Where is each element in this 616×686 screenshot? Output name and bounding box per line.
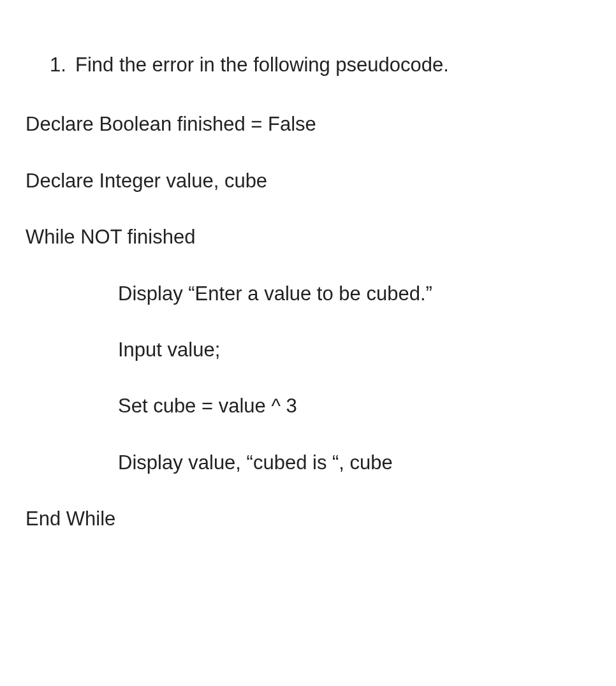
code-line-set-cube: Set cube = value ^ 3 xyxy=(26,392,590,420)
question-block: 1. Find the error in the following pseud… xyxy=(26,51,590,78)
code-line-display-prompt: Display “Enter a value to be cubed.” xyxy=(26,280,590,307)
code-line-while: While NOT finished xyxy=(26,223,590,251)
code-line-declare-boolean: Declare Boolean finished = False xyxy=(26,110,590,138)
question-number: 1. xyxy=(50,51,75,78)
question-row: 1. Find the error in the following pseud… xyxy=(26,51,590,78)
code-line-end-while: End While xyxy=(26,505,590,532)
code-line-input: Input value; xyxy=(26,336,590,363)
question-text: Find the error in the following pseudoco… xyxy=(75,51,590,78)
code-line-declare-integer: Declare Integer value, cube xyxy=(26,167,590,194)
pseudocode-block: Declare Boolean finished = False Declare… xyxy=(26,110,590,532)
code-line-display-result: Display value, “cubed is “, cube xyxy=(26,449,590,476)
